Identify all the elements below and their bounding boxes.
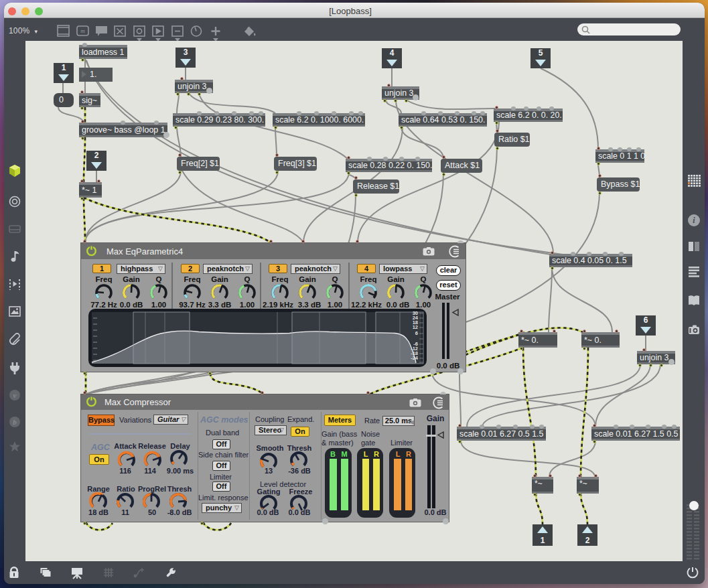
svg-text:12: 12 [413, 324, 418, 330]
svg-text:-24: -24 [411, 355, 419, 361]
svg-text:m: m [80, 27, 85, 34]
svg-text:6: 6 [415, 330, 418, 336]
svg-text:b: b [13, 418, 17, 426]
svg-text:v: v [13, 391, 17, 399]
